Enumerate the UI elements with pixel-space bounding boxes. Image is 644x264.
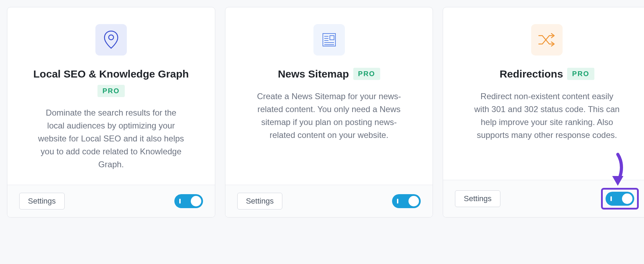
pro-badge: PRO [353, 68, 380, 80]
card-title-row: Local SEO & Knowledge Graph PRO [21, 67, 201, 97]
feature-toggle[interactable] [606, 192, 634, 206]
card-footer: Settings [7, 185, 215, 217]
pro-badge: PRO [97, 85, 124, 97]
card-title: News Sitemap [278, 67, 349, 81]
card-body: News Sitemap PRO Create a News Sitemap f… [225, 7, 433, 185]
card-title-row: News Sitemap PRO [278, 67, 380, 81]
card-body: Local SEO & Knowledge Graph PRO Dominate… [7, 7, 215, 185]
feature-toggle[interactable] [392, 194, 421, 208]
settings-button[interactable]: Settings [19, 193, 65, 210]
card-redirections: Redirections PRO Redirect non-existent c… [443, 7, 644, 218]
settings-button[interactable]: Settings [455, 190, 500, 207]
card-description: Dominate the search results for the loca… [38, 106, 184, 171]
card-body: Redirections PRO Redirect non-existent c… [443, 7, 644, 180]
card-title-row: Redirections PRO [500, 67, 594, 81]
card-news-sitemap: News Sitemap PRO Create a News Sitemap f… [225, 7, 433, 218]
card-footer: Settings [225, 185, 433, 217]
feature-cards-row: Local SEO & Knowledge Graph PRO Dominate… [7, 7, 644, 218]
feature-toggle[interactable] [174, 194, 203, 208]
pro-badge: PRO [567, 68, 594, 80]
svg-rect-2 [330, 36, 334, 40]
card-description: Redirect non-existent content easily wit… [473, 90, 620, 142]
settings-button[interactable]: Settings [237, 193, 283, 210]
map-pin-icon [95, 24, 127, 56]
annotation-highlight [601, 188, 639, 210]
card-description: Create a News Sitemap for your news-rela… [256, 90, 403, 142]
card-local-seo: Local SEO & Knowledge Graph PRO Dominate… [7, 7, 215, 218]
card-title: Redirections [500, 67, 563, 81]
shuffle-icon [531, 24, 563, 56]
svg-point-0 [109, 35, 114, 40]
newspaper-icon [313, 24, 345, 56]
card-title: Local SEO & Knowledge Graph [33, 67, 189, 81]
card-footer: Settings [443, 180, 644, 217]
